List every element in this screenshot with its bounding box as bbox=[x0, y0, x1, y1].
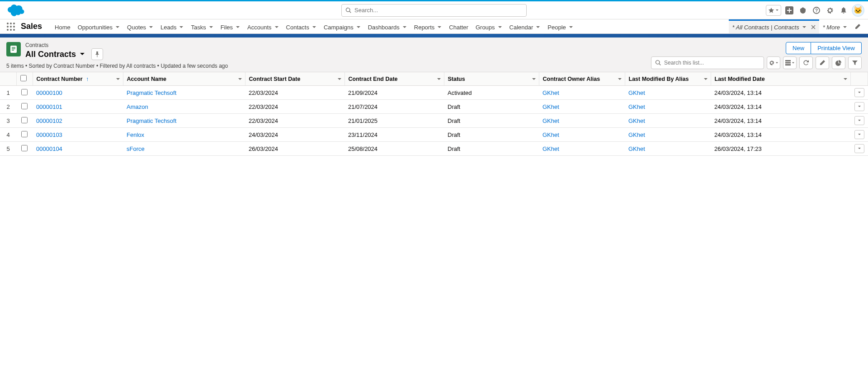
col-start-date[interactable]: Contract Start Date bbox=[245, 72, 344, 86]
chevron-down-icon[interactable] bbox=[312, 25, 316, 29]
nav-item-reports[interactable]: Reports bbox=[410, 19, 446, 33]
row-checkbox[interactable] bbox=[21, 103, 28, 109]
salesforce-logo[interactable] bbox=[6, 4, 26, 17]
app-launcher-icon[interactable] bbox=[5, 21, 16, 32]
account-link[interactable]: Amazon bbox=[127, 103, 148, 110]
owner-link[interactable]: GKhet bbox=[542, 117, 559, 124]
chevron-down-icon[interactable] bbox=[618, 77, 622, 81]
chevron-down-icon[interactable] bbox=[356, 25, 361, 29]
list-view-controls-gear-icon[interactable] bbox=[767, 56, 780, 69]
col-account-name[interactable]: Account Name bbox=[123, 72, 245, 86]
modified-by-link[interactable]: GKhet bbox=[628, 89, 645, 96]
chevron-down-icon[interactable] bbox=[209, 25, 213, 29]
chevron-down-icon[interactable] bbox=[536, 25, 540, 29]
nav-item-leads[interactable]: Leads bbox=[157, 19, 187, 33]
select-all-checkbox[interactable] bbox=[20, 75, 27, 81]
user-avatar[interactable]: 🐱 bbox=[852, 4, 864, 17]
pin-list-button[interactable] bbox=[91, 48, 103, 60]
printable-view-button[interactable]: Printable View bbox=[811, 42, 862, 54]
list-view-title[interactable]: All Contracts bbox=[25, 48, 103, 60]
row-checkbox[interactable] bbox=[21, 89, 28, 95]
edit-nav-pencil-icon[interactable] bbox=[851, 23, 864, 30]
notifications-bell-icon[interactable] bbox=[838, 5, 849, 16]
chevron-down-icon[interactable] bbox=[532, 77, 536, 81]
row-actions-button[interactable] bbox=[854, 130, 864, 139]
list-search-input[interactable] bbox=[664, 60, 760, 66]
nav-item-tasks[interactable]: Tasks bbox=[187, 19, 217, 33]
chevron-down-icon[interactable] bbox=[337, 77, 342, 81]
chevron-down-icon[interactable] bbox=[149, 25, 153, 29]
chevron-down-icon[interactable] bbox=[437, 25, 442, 29]
chevron-down-icon[interactable] bbox=[274, 25, 279, 29]
chevron-down-icon[interactable] bbox=[179, 25, 184, 29]
contract-link[interactable]: 00000101 bbox=[36, 103, 62, 110]
nav-item-contacts[interactable]: Contacts bbox=[283, 19, 320, 33]
guidance-icon[interactable] bbox=[797, 5, 808, 16]
favorites-button[interactable] bbox=[766, 5, 781, 16]
col-contract-number[interactable]: Contract Number ↑ bbox=[33, 72, 123, 86]
nav-item-accounts[interactable]: Accounts bbox=[244, 19, 282, 33]
chevron-down-icon[interactable] bbox=[802, 25, 807, 29]
nav-item-campaigns[interactable]: Campaigns bbox=[320, 19, 364, 33]
global-search-input[interactable] bbox=[354, 7, 523, 14]
row-checkbox[interactable] bbox=[21, 117, 28, 123]
col-modified-date[interactable]: Last Modified Date bbox=[711, 72, 851, 86]
row-actions-button[interactable] bbox=[854, 144, 864, 153]
display-as-table-icon[interactable] bbox=[783, 56, 797, 69]
owner-link[interactable]: GKhet bbox=[542, 131, 559, 138]
chevron-down-icon[interactable] bbox=[115, 25, 120, 29]
row-checkbox[interactable] bbox=[21, 145, 28, 151]
modified-by-link[interactable]: GKhet bbox=[628, 103, 645, 110]
owner-link[interactable]: GKhet bbox=[542, 103, 559, 110]
nav-item-people[interactable]: People bbox=[544, 19, 576, 33]
col-modified-by[interactable]: Last Modified By Alias bbox=[625, 72, 711, 86]
row-actions-button[interactable] bbox=[854, 116, 864, 125]
modified-by-link[interactable]: GKhet bbox=[628, 131, 645, 138]
chevron-down-icon[interactable] bbox=[843, 77, 848, 81]
contract-link[interactable]: 00000100 bbox=[36, 89, 62, 96]
refresh-icon[interactable] bbox=[799, 56, 813, 69]
chart-icon[interactable] bbox=[832, 56, 845, 69]
close-tab-icon[interactable] bbox=[811, 25, 816, 29]
nav-item-chatter[interactable]: Chatter bbox=[445, 19, 472, 33]
chevron-down-icon[interactable] bbox=[437, 77, 441, 81]
list-search[interactable] bbox=[651, 56, 764, 69]
filter-icon[interactable] bbox=[848, 56, 862, 69]
modified-by-link[interactable]: GKhet bbox=[628, 145, 645, 152]
setup-gear-icon[interactable] bbox=[825, 5, 835, 16]
chevron-down-icon[interactable] bbox=[703, 77, 708, 81]
help-icon[interactable]: ? bbox=[811, 5, 822, 16]
contract-link[interactable]: 00000102 bbox=[36, 117, 62, 124]
nav-item-groups[interactable]: Groups bbox=[472, 19, 506, 33]
nav-item-opportunities[interactable]: Opportunities bbox=[74, 19, 123, 33]
nav-item-home[interactable]: Home bbox=[51, 19, 74, 33]
nav-item-files[interactable]: Files bbox=[217, 19, 244, 33]
chevron-down-icon[interactable] bbox=[116, 77, 120, 81]
global-search[interactable] bbox=[341, 4, 527, 17]
new-button[interactable]: New bbox=[786, 42, 811, 54]
chevron-down-icon[interactable] bbox=[402, 25, 407, 29]
owner-link[interactable]: GKhet bbox=[542, 89, 559, 96]
modified-by-link[interactable]: GKhet bbox=[628, 117, 645, 124]
contract-link[interactable]: 00000103 bbox=[36, 131, 62, 138]
nav-item-calendar[interactable]: Calendar bbox=[506, 19, 544, 33]
row-actions-button[interactable] bbox=[854, 102, 864, 111]
account-link[interactable]: Fenlox bbox=[127, 131, 144, 138]
contract-link[interactable]: 00000104 bbox=[36, 145, 62, 152]
col-owner-alias[interactable]: Contract Owner Alias bbox=[539, 72, 625, 86]
chevron-down-icon[interactable] bbox=[498, 25, 502, 29]
global-actions-icon[interactable] bbox=[784, 5, 795, 16]
chevron-down-icon[interactable] bbox=[236, 25, 240, 29]
nav-item-dashboards[interactable]: Dashboards bbox=[364, 19, 410, 33]
row-actions-button[interactable] bbox=[854, 88, 864, 97]
inline-edit-pencil-icon[interactable] bbox=[816, 56, 829, 69]
chevron-down-icon[interactable] bbox=[843, 25, 847, 29]
chevron-down-icon[interactable] bbox=[569, 25, 573, 29]
account-link[interactable]: sForce bbox=[127, 145, 145, 152]
nav-more[interactable]: * More bbox=[819, 19, 851, 33]
account-link[interactable]: Pragmatic Techsoft bbox=[127, 89, 176, 96]
row-checkbox[interactable] bbox=[21, 131, 28, 137]
chevron-down-icon[interactable] bbox=[238, 77, 242, 81]
col-status[interactable]: Status bbox=[444, 72, 539, 86]
owner-link[interactable]: GKhet bbox=[542, 145, 559, 152]
